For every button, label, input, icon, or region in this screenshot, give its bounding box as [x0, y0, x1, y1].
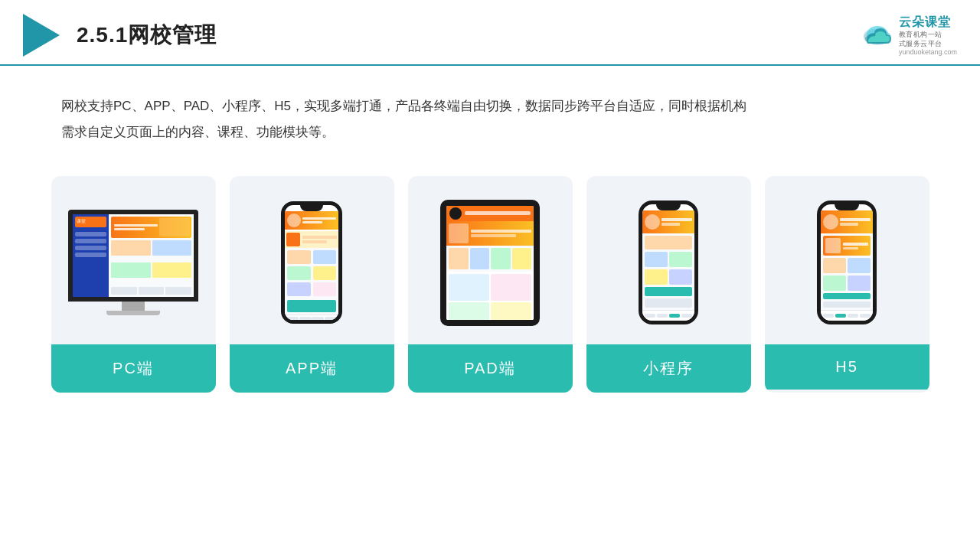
brand-name: 云朵课堂 — [899, 15, 951, 31]
card-pad: PAD端 — [408, 176, 573, 393]
card-pad-label: PAD端 — [408, 344, 573, 393]
h5-phone-screen — [821, 210, 873, 321]
page-title: 2.5.1网校管理 — [77, 21, 217, 50]
card-miniprogram: 小程序 — [586, 176, 751, 393]
h5-phone-notch — [835, 204, 859, 210]
card-pc-image: 课堂 — [51, 176, 216, 344]
brand-text: 云朵课堂 教育机构一站 式服务云平台 yunduoketang.com — [899, 15, 957, 56]
description-line1: 网校支持PC、APP、PAD、小程序、H5，实现多端打通，产品各终端自由切换，数… — [61, 93, 781, 119]
brand-sub1: 教育机构一站 — [899, 31, 942, 40]
header-right: 云朵课堂 教育机构一站 式服务云平台 yunduoketang.com — [861, 15, 957, 56]
card-pc-label: PC端 — [51, 344, 216, 393]
description-block: 网校支持PC、APP、PAD、小程序、H5，实现多端打通，产品各终端自由切换，数… — [0, 66, 842, 161]
brand-url: yunduoketang.com — [899, 48, 957, 56]
mini-phone-notch — [656, 204, 681, 210]
miniprogram-phone-icon — [639, 201, 698, 324]
brand-logo: 云朵课堂 教育机构一站 式服务云平台 yunduoketang.com — [861, 15, 957, 56]
cloud-icon — [861, 22, 894, 48]
card-h5-label: H5 — [765, 344, 929, 390]
card-app-image — [230, 176, 394, 344]
h5-phone-icon — [817, 201, 877, 324]
card-app: APP端 — [230, 176, 394, 393]
card-h5: H5 — [765, 176, 929, 393]
header: 2.5.1网校管理 云朵课堂 教育机构一站 式服务云平台 yunduoketan… — [0, 0, 980, 66]
phone-screen — [285, 211, 338, 320]
tablet-screen — [446, 206, 534, 320]
description-line2: 需求自定义页面上的内容、课程、功能模块等。 — [61, 119, 781, 145]
mini-phone-screen — [642, 210, 694, 321]
logo-triangle-icon — [23, 14, 60, 57]
card-pad-image — [408, 176, 573, 344]
card-pc: 课堂 — [51, 176, 216, 393]
header-left: 2.5.1网校管理 — [23, 14, 217, 57]
pc-monitor-icon: 课堂 — [68, 210, 198, 315]
cards-container: 课堂 — [0, 161, 980, 416]
phone-notch — [300, 205, 323, 211]
card-miniprogram-label: 小程序 — [586, 344, 751, 393]
card-miniprogram-image — [586, 176, 751, 344]
brand-sub2: 式服务云平台 — [899, 40, 942, 49]
card-app-label: APP端 — [230, 344, 394, 393]
card-h5-image — [765, 176, 929, 344]
app-phone-icon — [281, 201, 342, 324]
pad-tablet-icon — [440, 200, 540, 326]
